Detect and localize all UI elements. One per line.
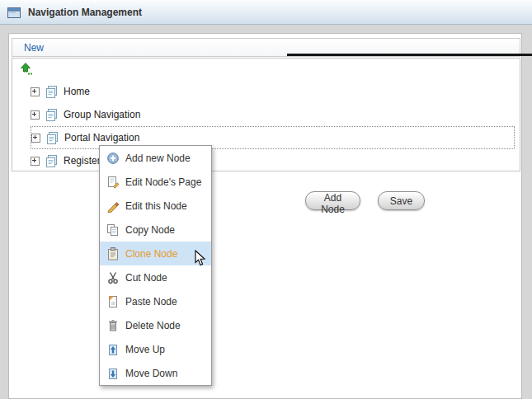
menu-item-edit-nodes-page[interactable]: Edit Node's Page [100, 170, 211, 194]
tree-rows: Home Group Navigation [12, 80, 520, 172]
trash-icon [106, 319, 120, 332]
new-navigation-link[interactable]: New [12, 42, 44, 54]
clone-icon [106, 247, 120, 261]
add-circle-icon [106, 152, 120, 165]
menu-item-label: Delete Node [125, 320, 181, 331]
scissors-icon [106, 271, 120, 284]
menu-item-move-down[interactable]: Move Down [100, 361, 211, 385]
window-icon [7, 7, 21, 17]
expand-plus-icon[interactable] [31, 110, 40, 120]
node-doc-icon [46, 132, 59, 144]
expand-plus-icon[interactable] [31, 157, 40, 166]
tree-node-home[interactable]: Home [31, 80, 515, 103]
tree-node-label[interactable]: Register [64, 155, 101, 167]
tree-node-label[interactable]: Group Navigation [64, 109, 140, 120]
menu-item-label: Move Up [125, 344, 165, 355]
node-context-menu: Add new Node Edit Node's Page Edit this … [99, 145, 212, 386]
expand-plus-icon[interactable] [31, 134, 40, 143]
node-doc-icon [45, 109, 58, 121]
edit-page-icon [106, 176, 120, 189]
window-titlebar: Navigation Management [0, 0, 532, 25]
copy-icon [106, 223, 120, 237]
navigation-tree-panel: Home Group Navigation [12, 58, 520, 171]
window-title: Navigation Management [28, 7, 142, 18]
divider-line [287, 54, 532, 56]
menu-item-label: Move Down [125, 368, 177, 379]
menu-item-paste-node[interactable]: Paste Node [100, 289, 211, 313]
node-doc-icon [45, 155, 58, 167]
menu-item-label: Copy Node [125, 224, 175, 236]
menu-item-edit-this-node[interactable]: Edit this Node [100, 194, 211, 218]
menu-item-clone-node[interactable]: Clone Node [100, 242, 211, 265]
menu-item-delete-node[interactable]: Delete Node [100, 313, 211, 337]
node-doc-icon [45, 86, 58, 98]
menu-item-label: Clone Node [125, 248, 177, 260]
menu-item-label: Edit this Node [125, 200, 187, 212]
menu-item-label: Edit Node's Page [125, 176, 201, 188]
menu-item-label: Paste Node [125, 296, 177, 307]
menu-item-label: Add new Node [125, 153, 191, 164]
expand-plus-icon[interactable] [31, 87, 40, 96]
tree-node-group-navigation[interactable]: Group Navigation [31, 103, 515, 126]
menu-item-cut-node[interactable]: Cut Node [100, 265, 211, 289]
menu-item-label: Cut Node [125, 272, 167, 284]
paste-icon [106, 295, 120, 308]
menu-item-move-up[interactable]: Move Up [100, 337, 211, 361]
up-level-icon[interactable] [19, 63, 33, 76]
move-up-icon [106, 343, 120, 356]
tree-node-label[interactable]: Home [64, 86, 90, 97]
move-down-icon [106, 367, 120, 380]
menu-item-add-new-node[interactable]: Add new Node [100, 146, 211, 170]
menu-item-copy-node[interactable]: Copy Node [100, 218, 211, 242]
add-node-button[interactable]: Add Node [305, 191, 360, 210]
save-button[interactable]: Save [378, 191, 425, 210]
pencil-icon [106, 200, 120, 213]
tree-node-label[interactable]: Portal Navigation [64, 132, 139, 143]
